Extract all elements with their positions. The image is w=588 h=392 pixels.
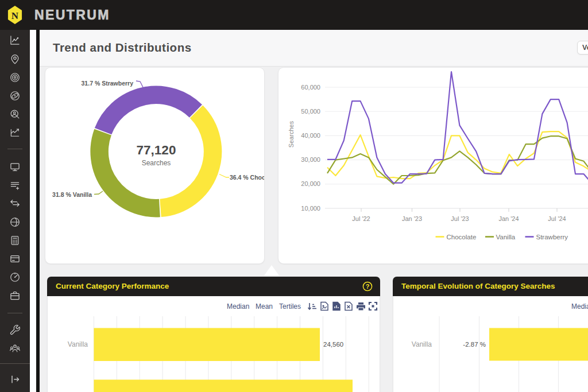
svg-text:10,000: 10,000 bbox=[301, 205, 320, 212]
svg-text:Jan '23: Jan '23 bbox=[402, 215, 422, 222]
svg-text:Vanilla: Vanilla bbox=[412, 340, 432, 348]
svg-text:Median: Median bbox=[227, 302, 249, 311]
svg-text:31.7 % Strawberry: 31.7 % Strawberry bbox=[82, 80, 134, 87]
svg-text:Jul '24: Jul '24 bbox=[548, 215, 566, 222]
svg-text:Tertiles: Tertiles bbox=[279, 302, 301, 311]
svg-text:?: ? bbox=[366, 283, 370, 290]
svg-text:Vanilla: Vanilla bbox=[68, 340, 88, 348]
svg-text:Strawberry: Strawberry bbox=[536, 234, 568, 240]
svg-text:24,560: 24,560 bbox=[323, 341, 343, 348]
svg-text:Mean: Mean bbox=[256, 302, 273, 311]
svg-text:Searches: Searches bbox=[142, 159, 171, 167]
svg-text:N: N bbox=[11, 10, 19, 21]
svg-text:36.4 % Chocolate: 36.4 % Chocolate bbox=[230, 174, 264, 181]
svg-text:30,000: 30,000 bbox=[301, 156, 320, 163]
svg-text:60,000: 60,000 bbox=[301, 84, 320, 91]
svg-text:20,000: 20,000 bbox=[301, 180, 320, 187]
svg-text:Jul '23: Jul '23 bbox=[451, 215, 469, 222]
svg-text:31.8 % Vanilla: 31.8 % Vanilla bbox=[52, 191, 92, 198]
svg-text:-2.87 %: -2.87 % bbox=[463, 341, 486, 348]
svg-text:Vanilla: Vanilla bbox=[496, 234, 516, 240]
svg-text:50,000: 50,000 bbox=[301, 108, 320, 115]
svg-text:Median: Median bbox=[571, 302, 588, 311]
svg-text:40,000: 40,000 bbox=[301, 132, 320, 139]
svg-text:Jan '24: Jan '24 bbox=[498, 215, 519, 222]
svg-text:Jul '22: Jul '22 bbox=[352, 215, 370, 222]
svg-text:Searches: Searches bbox=[288, 121, 295, 148]
svg-text:Chocolate: Chocolate bbox=[447, 234, 477, 240]
svg-text:77,120: 77,120 bbox=[137, 143, 176, 157]
